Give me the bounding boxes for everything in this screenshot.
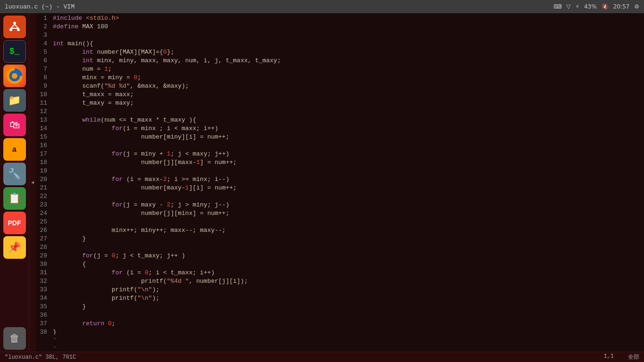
line-number: 23 [36,201,51,209]
line-text [51,107,57,116]
code-line: 1#include <stdio.h> [36,14,644,23]
line-text: number[miny][i] = num++; [51,133,229,141]
code-line: 7 num = 1; [36,65,644,74]
line-number: 4 [36,40,51,48]
code-line: 14 for(i = minx ; i < maxx; i++) [36,124,644,133]
dock-sidebar: $_ 📁 🛍 a 🔧 📋 PDF 📌 🗑 [0,13,29,352]
code-line: 5 int number[MAX][MAX]={0}; [36,48,644,57]
line-text: number[maxy-1][i] = num++; [51,184,237,192]
line-text: number[j][maxx-1] = num++; [51,158,237,167]
line-number: 35 [36,303,51,311]
line-text: #include <stdio.h> [51,14,119,23]
code-line: 10 t_maxx = maxx; [36,90,644,99]
statusbar-right: 1,1 全部 [603,353,639,361]
dock-store[interactable]: 🛍 [3,114,26,136]
line-number: 11 [36,99,51,107]
line-number: 1 [36,14,51,23]
line-text: for(j = miny + 1; j < maxy; j++) [51,150,230,158]
line-number: 14 [36,124,51,133]
line-number: 18 [36,158,51,167]
code-line: 13 while(num <= t_maxx * t_maxy ){ [36,116,644,124]
line-text: printf("\n"); [51,286,159,294]
code-line: 25 [36,218,644,226]
line-text: int main(){ [51,40,93,48]
line-text: for (i = 0; i < t_maxx; i++) [51,269,215,277]
dock-files[interactable]: 📁 [3,89,26,112]
code-line: 23 for(j = maxy - 2; j > miny; j--) [36,201,644,209]
line-number: 34 [36,294,51,303]
clock: 20:57 [613,3,630,10]
line-number: 19 [36,167,51,175]
dock-firefox[interactable] [3,65,26,87]
line-text: printf("%4d ", number[j][i]); [51,277,248,286]
line-number: 33 [36,286,51,294]
code-line: 26 minx++; miny++; maxx--; maxy--; [36,226,644,235]
code-line: 31 for (i = 0; i < t_maxx; i++) [36,269,644,277]
line-number: 6 [36,57,51,65]
dock-tools[interactable]: 🔧 [3,163,26,185]
line-text: num = 1; [51,65,112,74]
line-number: 25 [36,218,51,226]
code-line: 36 [36,311,644,320]
line-number: 26 [36,226,51,235]
line-text: } [51,235,86,243]
statusbar-position: 1,1 [603,353,614,361]
titlebar-title: luoxuan.c (~) - VIM [5,3,74,10]
code-line: 2#define MAX 100 [36,23,644,31]
code-line: 27 } [36,235,644,243]
code-line: 11 t_maxy = maxy; [36,99,644,107]
vim-editor[interactable]: 1#include <stdio.h>2#define MAX 1003 4in… [36,13,644,352]
line-text [51,192,57,201]
line-text: for(i = minx ; i < maxx; i++) [51,124,218,133]
dock-terminal[interactable]: $_ [3,40,26,63]
code-line: 3 [36,31,644,40]
dock-stickies[interactable]: 📌 [3,236,26,259]
code-line: 16 [36,141,644,150]
line-number: 20 [36,175,51,184]
svg-point-1 [13,22,16,25]
dock-notes[interactable]: 📋 [3,187,26,210]
line-number: 7 [36,65,51,74]
line-text [51,167,57,175]
line-number: 32 [36,277,51,286]
line-text [51,31,57,40]
line-text: minx = miny = 0; [51,74,141,82]
line-text: return 0; [51,320,116,328]
line-text: minx++; miny++; maxx--; maxy--; [51,226,226,235]
line-text: #define MAX 100 [51,23,108,31]
line-text: scanf("%d %d", &maxx, &maxy); [51,82,189,90]
line-number: 37 [36,320,51,328]
line-text [51,141,57,150]
line-text: int minx, miny, maxx, maxy, num, i, j, t… [51,57,281,65]
line-number: 2 [36,23,51,31]
statusbar: "luoxuan.c" 38L, 701C 1,1 全部 [0,352,644,362]
line-text [51,218,57,226]
code-line: 18 number[j][maxx-1] = num++; [36,158,644,167]
line-text: for (i = maxx-2; i >= minx; i--) [51,175,230,184]
line-text: int number[MAX][MAX]={0}; [51,48,174,57]
settings-icon: ⚙ [634,3,639,10]
code-content[interactable]: 1#include <stdio.h>2#define MAX 1003 4in… [36,13,644,335]
code-line: 30 { [36,260,644,269]
dock-ubuntu[interactable] [3,16,26,38]
code-line: 32 printf("%4d ", number[j][i]); [36,277,644,286]
sidebar-collapse-arrow[interactable]: ◀ [29,13,36,352]
line-text: { [51,260,86,269]
line-number: 36 [36,311,51,320]
code-line: 20 for (i = maxx-2; i >= minx; i--) [36,175,644,184]
dock-trash[interactable]: 🗑 [3,327,26,350]
dock-amazon[interactable]: a [3,138,26,161]
statusbar-mode: 全部 [628,353,639,361]
dock-pdf[interactable]: PDF [3,212,26,234]
code-line: 38} [36,328,644,335]
code-line: 12 [36,107,644,116]
line-number: 38 [36,328,51,335]
line-number: 28 [36,243,51,252]
code-line: 17 for(j = miny + 1; j < maxy; j++) [36,150,644,158]
line-number: 15 [36,133,51,141]
battery-indicator: 43% [584,3,597,10]
line-number: 13 [36,116,51,124]
line-number: 24 [36,209,51,218]
line-number: 17 [36,150,51,158]
code-line: 9 scanf("%d %d", &maxx, &maxy); [36,82,644,90]
